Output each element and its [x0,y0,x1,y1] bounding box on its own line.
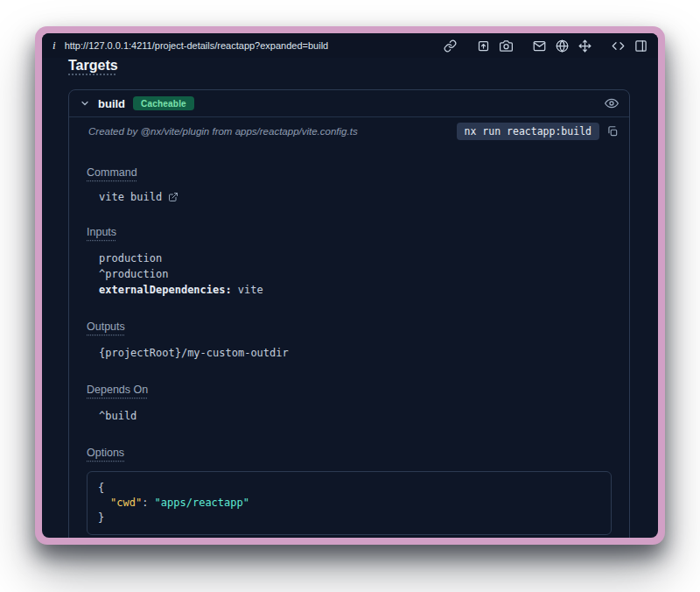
page-content: Targets build Cacheable Created by @nx/v… [42,58,658,538]
outputs-heading: Outputs [87,321,125,333]
options-heading: Options [87,447,124,459]
export-icon[interactable] [477,39,490,53]
options-code-block: { "cwd": "apps/reactapp" } [87,471,612,535]
external-link-icon[interactable] [168,192,178,202]
code-line-open: { [98,481,600,496]
window-inner: i http://127.0.0.1:4211/project-details/… [42,33,658,538]
camera-icon[interactable] [500,39,513,53]
input-item: production [99,250,619,266]
code-line-cwd: "cwd": "apps/reactapp" [98,496,600,511]
command-heading: Command [87,166,137,179]
depends-on-value: ^build [99,408,619,424]
command-row: vite build [99,191,619,203]
json-key: "cwd" [110,497,142,509]
run-command-chip: nx run reactapp:build [457,123,599,140]
inputs-heading: Inputs [87,226,116,238]
cacheable-badge: Cacheable [133,96,194,110]
code-icon[interactable] [612,39,625,53]
panel-icon[interactable] [634,39,648,53]
globe-icon[interactable] [556,39,569,53]
command-value: vite build [99,191,162,203]
browser-window: i http://127.0.0.1:4211/project-details/… [35,26,665,545]
input-item-external-deps: externalDependencies:vite [99,282,619,298]
page-title: Targets [68,58,118,74]
toolbar-icons [444,39,648,53]
external-deps-value: vite [238,284,263,296]
target-name-build: build [98,97,125,110]
copy-icon[interactable] [606,125,619,137]
external-deps-label: externalDependencies: [99,284,232,296]
mail-icon[interactable] [533,39,546,53]
build-header[interactable]: build Cacheable [69,90,629,117]
depends-on-heading: Depends On [87,384,148,396]
outputs-value: {projectRoot}/my-custom-outdir [99,345,619,361]
input-item: ^production [99,266,619,282]
move-icon[interactable] [578,39,592,53]
toolbar: i http://127.0.0.1:4211/project-details/… [42,33,658,58]
json-separator: : [142,497,154,509]
build-body: Command vite build Inputs production ^pr… [69,149,629,538]
eye-icon[interactable] [605,96,619,110]
code-line-close: } [98,511,600,525]
link-icon[interactable] [444,39,457,53]
info-icon: i [52,39,56,53]
target-card-build: build Cacheable Created by @nx/vite/plug… [68,89,630,538]
created-by-text: Created by @nx/vite/plugin from apps/rea… [88,126,358,137]
build-meta-row: Created by @nx/vite/plugin from apps/rea… [69,117,629,149]
json-string-value: "apps/reactapp" [155,497,249,509]
chevron-down-icon[interactable] [80,98,90,109]
address-url[interactable]: http://127.0.0.1:4211/project-details/re… [65,40,329,51]
inputs-list: production ^production externalDependenc… [99,250,619,298]
